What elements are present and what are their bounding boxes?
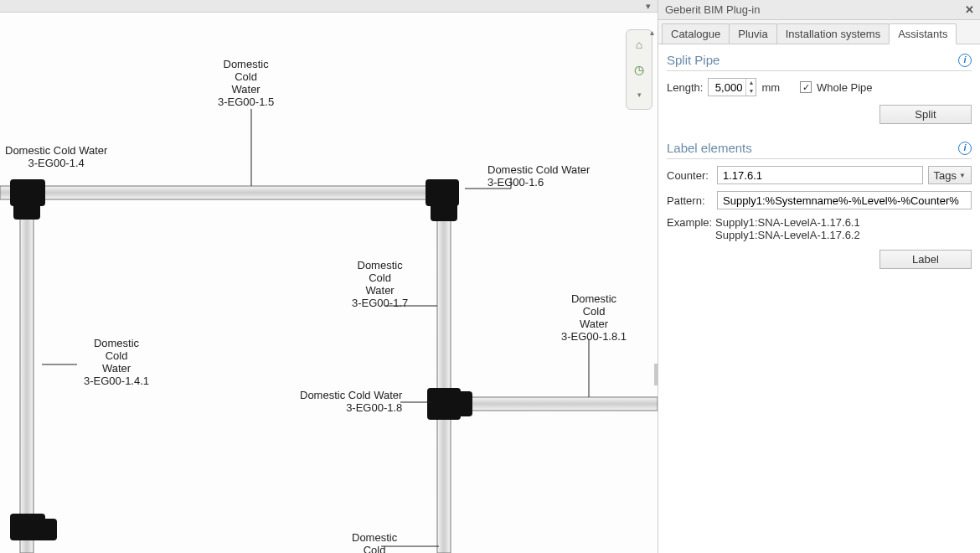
pipe-label: Domestic Cold Water3-EG00-1.8 bbox=[300, 390, 402, 415]
spin-up-icon[interactable]: ▲ bbox=[746, 79, 756, 87]
svg-rect-3 bbox=[452, 397, 658, 411]
panel-header: Geberit BIM Plug-in ✕ bbox=[658, 0, 980, 20]
section-title: Split Pipe bbox=[667, 53, 958, 67]
nav-wheel-icon[interactable]: ◷ bbox=[630, 60, 648, 79]
view-tools-palette: ⌂ ◷ ▾ bbox=[626, 29, 652, 110]
whole-pipe-checkbox[interactable]: ✓ Whole Pipe bbox=[800, 81, 872, 94]
pipe-label: DomesticCold bbox=[352, 532, 397, 553]
example-value: Supply1:SNA-LevelA-1.17.6.1 bbox=[715, 216, 860, 229]
svg-rect-7 bbox=[431, 198, 457, 221]
pipe-label: DomesticColdWater3-EG00-1.7 bbox=[352, 260, 408, 310]
info-icon[interactable]: i bbox=[958, 142, 972, 155]
example-block: Example: Supply1:SNA-LevelA-1.17.6.1 Sup… bbox=[667, 216, 972, 241]
tab-pluvia[interactable]: Pluvia bbox=[729, 23, 776, 44]
spin-down-icon[interactable]: ▼ bbox=[746, 87, 756, 96]
counter-input[interactable] bbox=[717, 166, 923, 184]
tab-installation-systems[interactable]: Installation systems bbox=[776, 23, 890, 44]
options-dropdown-icon[interactable]: ▾ bbox=[646, 1, 658, 12]
panel-title: Geberit BIM Plug-in bbox=[665, 3, 962, 16]
counter-label: Counter: bbox=[667, 169, 712, 182]
section-label-elements: Label elements i bbox=[667, 141, 972, 159]
scroll-up-icon[interactable]: ▴ bbox=[646, 28, 658, 39]
tab-catalogue[interactable]: Catalogue bbox=[662, 23, 730, 44]
length-input[interactable] bbox=[709, 79, 745, 96]
pattern-label: Pattern: bbox=[667, 194, 712, 207]
close-icon[interactable]: ✕ bbox=[962, 3, 977, 16]
expand-icon[interactable]: ▾ bbox=[630, 85, 648, 104]
pipe-label: DomesticColdWater3-EG00-1.4.1 bbox=[84, 338, 149, 388]
drawing-viewport[interactable]: Domestic Cold Water3-EG00-1.4 DomesticCo… bbox=[0, 13, 658, 553]
whole-pipe-label: Whole Pipe bbox=[817, 81, 872, 94]
info-icon[interactable]: i bbox=[958, 54, 972, 67]
length-unit: mm bbox=[761, 81, 780, 94]
split-button[interactable]: Split bbox=[879, 105, 972, 124]
svg-rect-1 bbox=[437, 201, 451, 553]
drawing-top-strip: ▾ bbox=[0, 0, 658, 13]
length-label: Length: bbox=[667, 81, 703, 94]
pipe-label: DomesticColdWater3-EG00-1.5 bbox=[218, 59, 274, 109]
svg-rect-9 bbox=[452, 391, 472, 416]
checkmark-icon: ✓ bbox=[800, 81, 812, 93]
svg-rect-11 bbox=[39, 519, 57, 540]
chevron-down-icon: ▼ bbox=[959, 172, 966, 179]
example-value: Supply1:SNA-LevelA-1.17.6.2 bbox=[715, 229, 860, 241]
pipe-diagram bbox=[0, 13, 658, 553]
svg-rect-2 bbox=[20, 201, 34, 553]
panel-body: Split Pipe i Length: ▲ ▼ mm ✓ Whole Pipe… bbox=[658, 44, 980, 553]
tab-assistants[interactable]: Assistants bbox=[889, 23, 957, 44]
pipe-label: Domestic Cold Water3-EG00-1.6 bbox=[487, 164, 590, 189]
section-title: Label elements bbox=[667, 141, 958, 155]
pipe-label: Domestic Cold Water3-EG00-1.4 bbox=[5, 145, 107, 170]
pipe-label: DomesticColdWater3-EG00-1.8.1 bbox=[561, 293, 627, 344]
section-split-pipe: Split Pipe i bbox=[667, 53, 972, 71]
tags-dropdown-button[interactable]: Tags ▼ bbox=[928, 166, 972, 184]
length-stepper[interactable]: ▲ ▼ bbox=[708, 78, 756, 96]
example-label: Example: bbox=[667, 216, 712, 241]
pattern-input[interactable] bbox=[717, 191, 972, 209]
plugin-panel: Geberit BIM Plug-in ✕ Catalogue Pluvia I… bbox=[658, 0, 980, 553]
tags-label: Tags bbox=[934, 169, 957, 182]
svg-rect-0 bbox=[0, 186, 452, 199]
svg-rect-5 bbox=[13, 201, 40, 220]
panel-tabs: Catalogue Pluvia Installation systems As… bbox=[658, 20, 980, 44]
label-button[interactable]: Label bbox=[879, 250, 972, 269]
